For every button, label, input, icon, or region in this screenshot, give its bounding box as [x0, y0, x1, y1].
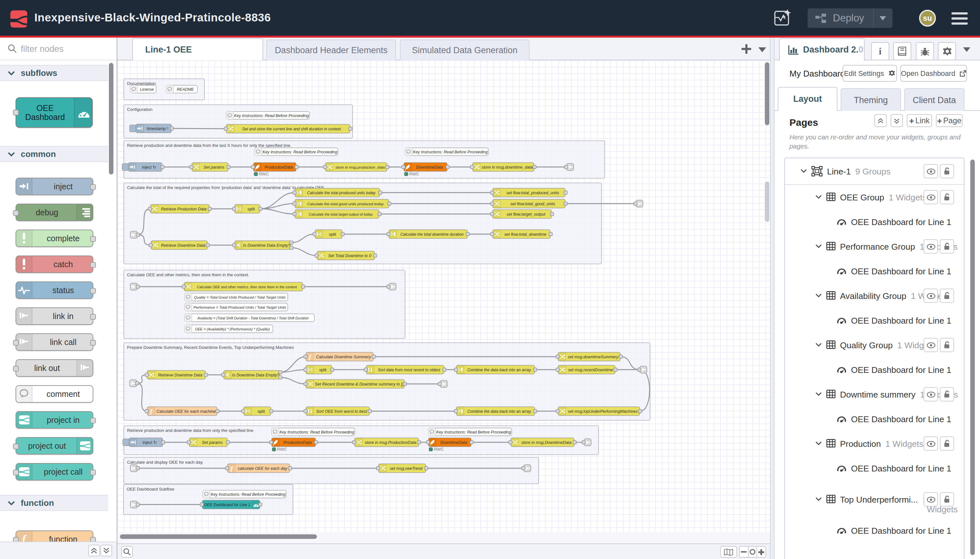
svg-text:calculate OEE for each day: calculate OEE for each day	[238, 466, 287, 471]
svg-text:ProductionData: ProductionData	[265, 165, 293, 170]
svg-text:Prepare Downtime Summary, Rece: Prepare Downtime Summary, Recent Downtim…	[127, 345, 294, 350]
svg-text:Calculate the total downtime d: Calculate the total downtime duration	[400, 232, 464, 237]
svg-text:Combine the data back into an: Combine the data back into an array.	[467, 368, 532, 372]
svg-text:Performance = Total Produced U: Performance = Total Produced Units / Tot…	[193, 306, 286, 309]
svg-text:set msg.topUnderPerformingMach: set msg.topUnderPerformingMachines	[568, 409, 638, 414]
svg-text:DowntimeData: DowntimeData	[416, 165, 443, 170]
svg-text:Combine the data back into an: Combine the data back into an array.	[467, 409, 532, 414]
svg-text:inject ↻: inject ↻	[142, 165, 156, 170]
svg-text:Set params: Set params	[203, 165, 224, 170]
svg-text:Calculate OEE and other metric: Calculate OEE and other metrics, then st…	[197, 285, 298, 289]
svg-text:RWC: RWC	[409, 172, 419, 176]
svg-text:set flow.total_produced_units: set flow.total_produced_units	[506, 191, 559, 195]
svg-text:store in msg.downtime_data: store in msg.downtime_data	[482, 165, 533, 170]
svg-text:set flow.total_good_units: set flow.total_good_units	[510, 202, 556, 206]
svg-text:Quality = Total Good Units Pro: Quality = Total Good Units Produced / To…	[194, 295, 286, 299]
svg-text:RWC: RWC	[259, 172, 269, 176]
svg-text:Retrieve Downtime Data: Retrieve Downtime Data	[161, 243, 205, 248]
svg-text:Is Downtime Data Empty?: Is Downtime Data Empty?	[243, 243, 290, 248]
svg-text:Set Total Downtime to 0: Set Total Downtime to 0	[328, 253, 371, 258]
svg-text:Availavity = (Total Shift Dura: Availavity = (Total Shift Duration - Tot…	[197, 316, 309, 320]
svg-text:Retrieve Downtime Data: Retrieve Downtime Data	[158, 373, 202, 377]
svg-text:set msg.recentDowntime: set msg.recentDowntime	[568, 368, 613, 372]
svg-text:DowntimeData: DowntimeData	[441, 440, 467, 445]
svg-text:set flow.total_downtime: set flow.total_downtime	[504, 232, 546, 237]
svg-text:store in msg.ProductionData: store in msg.ProductionData	[365, 440, 416, 445]
svg-text:Set Recent Downtime & Downtime: Set Recent Downtime & Downtime summery t…	[315, 382, 403, 387]
svg-text:Set params: Set params	[202, 440, 223, 445]
svg-text:set flow.target_output: set flow.target_output	[506, 212, 545, 217]
svg-text:ProductionData: ProductionData	[284, 440, 312, 445]
svg-text:Calculate Downtime Summery: Calculate Downtime Summery	[316, 355, 371, 359]
svg-text:License: License	[140, 87, 154, 92]
svg-text:Calculate OEE and other metric: Calculate OEE and other metrics, then st…	[127, 272, 249, 277]
svg-text:Retrieve Production Data: Retrieve Production Data	[161, 207, 207, 212]
svg-text:OEE Dashboard Subflow: OEE Dashboard Subflow	[127, 487, 174, 491]
svg-text:Key Instructions: Read Before: Key Instructions: Read Before Proceeding	[413, 150, 488, 154]
svg-text:split: split	[257, 409, 265, 414]
svg-text:README: README	[177, 87, 194, 92]
svg-text:store in msg.DowntimeData: store in msg.DowntimeData	[521, 440, 572, 445]
svg-text:Set and store the current line: Set and store the current line and shift…	[242, 127, 342, 131]
svg-text:Retrieve production and downti: Retrieve production and downtime data fr…	[127, 143, 291, 148]
svg-text:OEE = (Availability) * (Perfor: OEE = (Availability) * (Performance) * (…	[195, 327, 270, 331]
svg-text:set msg.downtimeSummery: set msg.downtimeSummery	[568, 355, 618, 359]
svg-text:Key Instructions: Read Before: Key Instructions: Read Before Proceeding	[262, 150, 337, 154]
svg-text:Retrieve production and downti: Retrieve production and downtime data fr…	[127, 428, 254, 433]
svg-text:set msg.oeeTrend: set msg.oeeTrend	[390, 466, 423, 471]
svg-text:Calculate the total of the req: Calculate the total of the required prop…	[127, 185, 324, 190]
svg-text:Key Instructions: Read Before: Key Instructions: Read Before Proceeding	[211, 492, 285, 497]
svg-text:Sort OEE from worst to best: Sort OEE from worst to best	[316, 409, 367, 414]
svg-text:Key Instructions: Read Before: Key Instructions: Read Before Proceeding	[279, 430, 354, 435]
svg-text:Sort data from most recent to: Sort data from most recent to oldest	[378, 368, 441, 372]
svg-text:split: split	[319, 368, 327, 372]
svg-text:Calculate and display OEE for: Calculate and display OEE for each day.	[127, 460, 203, 465]
svg-text:split: split	[329, 232, 337, 237]
svg-text:inject ↻: inject ↻	[143, 440, 157, 445]
svg-text:Calculate the total good units: Calculate the total good units produced …	[307, 202, 384, 206]
svg-text:Calculate OEE for each machine: Calculate OEE for each machine	[157, 409, 216, 414]
svg-text:OEE Dashboard for Line 1: OEE Dashboard for Line 1	[204, 503, 251, 507]
svg-text:store in msg.production_data: store in msg.production_data	[335, 165, 385, 170]
svg-text:Key Instructions: Read Before: Key Instructions: Read Before Proceeding	[436, 430, 511, 435]
svg-text:Key Instructions: Read Before: Key Instructions: Read Before Proceeding	[234, 114, 309, 118]
svg-text:Is Downtime Data Empty?: Is Downtime Data Empty?	[232, 373, 279, 377]
svg-text:Configuration: Configuration	[127, 107, 152, 112]
svg-text:Calculate the total produced u: Calculate the total produced units today	[307, 191, 376, 195]
svg-text:split: split	[247, 207, 255, 212]
svg-text:RWC: RWC	[277, 447, 287, 452]
svg-text:Calculate the total target out: Calculate the total target output of tod…	[309, 212, 373, 216]
svg-text:RWC: RWC	[434, 447, 444, 452]
svg-text:timestamp ¹: timestamp ¹	[147, 126, 168, 131]
